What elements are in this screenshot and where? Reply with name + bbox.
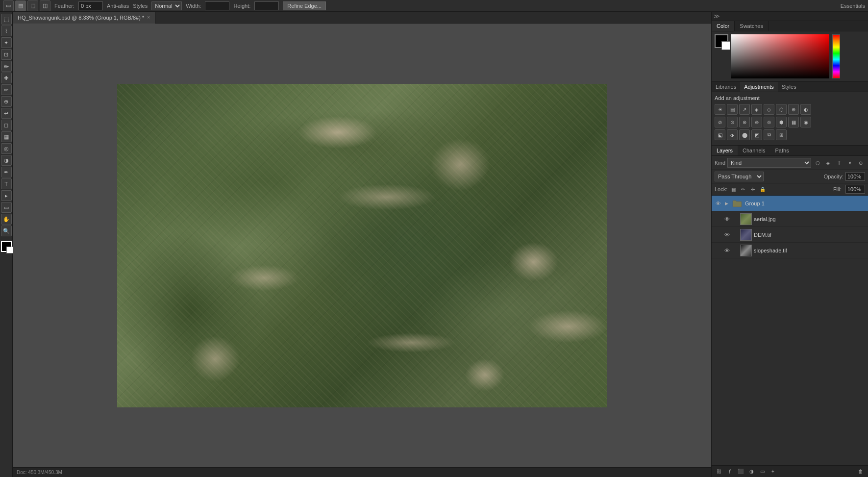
tab-channels[interactable]: Channels [738,146,770,155]
layer-item-group1[interactable]: 👁 ▶ Group 1 [712,196,868,211]
layer-mask-button[interactable]: ⬛ [736,467,745,476]
tool-path-select[interactable]: ▸ [1,190,12,201]
adj-extra-2[interactable]: ⬗ [727,129,738,140]
layer-item-aerial[interactable]: 👁 aerial.jpg [712,211,868,227]
adj-threshold[interactable]: ⬢ [776,117,787,127]
height-input[interactable] [254,1,279,10]
adj-brightness-contrast[interactable]: ☀ [715,104,725,115]
layers-panel-tabs: Layers Channels Paths [712,146,868,156]
tool-dodge[interactable]: ◑ [1,155,12,166]
lock-position-icon[interactable]: ✛ [749,185,757,193]
tool-magic-wand[interactable]: ✦ [1,37,12,48]
layer-expand-group1[interactable]: ▶ [723,201,729,206]
toolbar-icon-1[interactable]: ▭ [3,0,14,11]
panels-collapse-icon[interactable]: ≫ [714,13,720,20]
new-layer-button[interactable]: + [769,467,777,476]
layer-item-dem[interactable]: 👁 DEM.tif [712,227,868,243]
layer-item-slopeshade[interactable]: 👁 slopeshade.tif [712,243,868,258]
fill-input[interactable] [845,185,865,194]
toolbar-icon-2[interactable]: ▤ [15,0,26,11]
link-layers-button[interactable]: ⛓ [715,467,723,476]
layer-filter-icon-2[interactable]: ◈ [824,158,833,167]
adj-extra-6[interactable]: ⊞ [776,129,787,140]
lock-all-icon[interactable]: 🔒 [759,185,767,193]
toolbar-icon-3[interactable]: ⬚ [27,0,38,11]
refine-edge-button[interactable]: Refine Edge... [283,1,326,10]
adj-curves[interactable]: ↗ [739,104,750,115]
color-picker-area[interactable] [731,34,829,78]
layer-filter-icon-5[interactable]: ⊙ [856,158,865,167]
adj-extra-3[interactable]: ⬤ [739,129,750,140]
adj-color-lookup[interactable]: ⊛ [739,117,750,127]
tool-zoom[interactable]: 🔍 [1,226,12,236]
adj-hsl[interactable]: ⬡ [776,104,787,115]
tool-eraser[interactable]: ◻ [1,120,12,130]
tool-heal[interactable]: ✚ [1,73,12,83]
tab-adjustments[interactable]: Adjustments [740,82,778,92]
tab-styles[interactable]: Styles [778,82,800,92]
new-fill-button[interactable]: ◑ [747,467,756,476]
layer-kind-select[interactable]: Kind [727,158,811,168]
layer-visibility-aerial[interactable]: 👁 [723,216,730,223]
foreground-color-swatch[interactable] [715,34,728,48]
layer-visibility-slopeshade[interactable]: 👁 [723,247,730,254]
foreground-color[interactable] [1,241,12,252]
delete-layer-button[interactable]: 🗑 [856,467,865,476]
adj-extra-4[interactable]: ◩ [751,129,762,140]
tool-crop[interactable]: ⊡ [1,49,12,60]
tool-clone[interactable]: ⊕ [1,96,12,107]
tab-paths[interactable]: Paths [770,146,794,155]
tool-lasso[interactable]: ⌇ [1,25,12,36]
lock-transparent-icon[interactable]: ▦ [729,185,737,193]
adj-gradient-map[interactable]: ▦ [788,117,799,127]
tool-eyedropper[interactable]: ⌲ [1,61,12,72]
layer-filter-icon-4[interactable]: ✦ [845,158,854,167]
lock-image-icon[interactable]: ✏ [739,185,747,193]
tool-type[interactable]: T [1,178,12,189]
adj-exposure[interactable]: ◈ [751,104,762,115]
layer-visibility-group1[interactable]: 👁 [715,200,721,207]
tab-close-icon[interactable]: × [147,15,150,20]
adj-black-white[interactable]: ◐ [800,104,811,115]
toolbar-icon-4[interactable]: ◫ [40,0,50,11]
tool-blur[interactable]: ◎ [1,143,12,154]
blend-mode-select[interactable]: Pass Through [715,172,764,181]
layer-filter-icon-3[interactable]: T [835,158,843,167]
background-color[interactable] [6,247,13,253]
background-color-swatch[interactable] [721,41,730,50]
tool-marquee[interactable]: ⬚ [1,14,12,25]
adj-posterize[interactable]: ⊝ [764,117,774,127]
hue-slider[interactable] [832,34,840,78]
tab-libraries[interactable]: Libraries [712,82,740,92]
opacity-input[interactable] [845,172,865,181]
tool-gradient[interactable]: ▦ [1,131,12,142]
width-input[interactable] [205,1,229,10]
styles-select[interactable]: Normal [151,1,182,10]
tab-swatches[interactable]: Swatches [735,21,769,31]
feather-input[interactable] [78,1,103,10]
tab-color[interactable]: Color [712,21,735,31]
adj-color-balance[interactable]: ⊕ [788,104,799,115]
tool-pen[interactable]: ✒ [1,167,12,177]
layer-visibility-dem[interactable]: 👁 [723,231,730,238]
tool-history-brush[interactable]: ↩ [1,108,12,119]
tool-shape[interactable]: ▭ [1,202,12,213]
width-label: Width: [186,3,201,9]
adj-vibrance[interactable]: ◇ [764,104,774,115]
tab-layers[interactable]: Layers [712,146,738,155]
canvas-container[interactable] [13,24,711,467]
new-group-button[interactable]: ▭ [758,467,767,476]
tool-hand[interactable]: ✋ [1,214,12,225]
adj-channel-mixer[interactable]: ⊙ [727,117,738,127]
adj-levels[interactable]: ▤ [727,104,738,115]
layer-style-button[interactable]: ƒ [725,467,734,476]
adj-invert[interactable]: ⊜ [751,117,762,127]
tool-brush[interactable]: ✏ [1,84,12,95]
adj-photo-filter[interactable]: ⊘ [715,117,725,127]
layer-filter-icon-1[interactable]: ⬡ [813,158,822,167]
adj-selective-color[interactable]: ◉ [800,117,811,127]
document-tab[interactable]: HQ_Shawangunk.psd @ 8.33% (Group 1, RGB/… [13,12,155,24]
adj-panel-tabs: Libraries Adjustments Styles [712,82,868,92]
adj-extra-5[interactable]: ⧉ [764,129,774,140]
adj-extra-1[interactable]: ⬕ [715,129,725,140]
